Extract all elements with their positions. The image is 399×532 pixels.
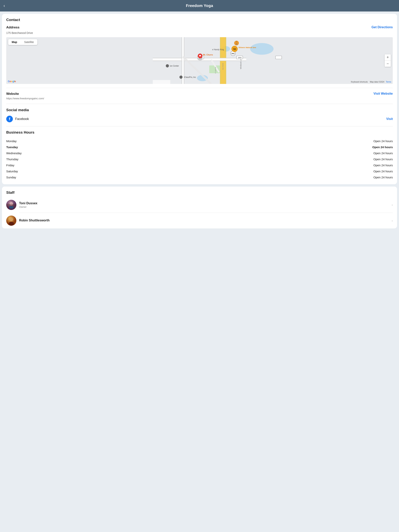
staff-role-toni: Owner [19,205,392,208]
svg-text:ion Center: ion Center [170,65,179,67]
business-hours-section: Business Hours MondayOpen 24 hoursTuesda… [2,126,397,184]
svg-rect-18 [276,56,282,59]
chevron-right-icon: › [392,203,393,207]
hours-time: Open 24 hours [373,139,393,143]
website-section: Website Visit Website https://www.freedo… [2,88,397,104]
map-zoom-controls: + − [385,54,391,67]
back-button[interactable]: ‹ [4,3,5,8]
facebook-icon: f [6,116,13,122]
svg-point-55 [9,222,14,226]
svg-text:iClassPro, Inc: iClassPro, Inc [184,76,196,78]
hours-row: ThursdayOpen 24 hours [6,156,393,162]
hours-day: Wednesday [6,152,22,155]
social-section: Social media f Facebook Visit [2,104,397,126]
address-label: Address [6,25,19,29]
hours-day: Tuesday [6,146,18,149]
map-background: 502 1844 Windso [6,37,393,84]
hours-table: MondayOpen 24 hoursTuesdayOpen 24 hoursW… [6,138,393,180]
hours-time: Open 24 hours [373,176,393,179]
address-row: Address Get Directions [6,25,393,29]
website-value: https://www.freedomyogainc.com/ [6,97,393,100]
svg-rect-51 [9,206,13,209]
social-section-title: Social media [6,108,393,112]
staff-name-robin: Robin Shuttlesworth [19,219,392,222]
address-value: 175 Beechwood Drive [6,31,393,34]
svg-point-49 [10,202,13,205]
hours-day: Thursday [6,158,19,161]
hours-day: Sunday [6,176,16,179]
svg-text:Mr. Churro: Mr. Churro [203,54,213,56]
hours-row: SundayOpen 24 hours [6,174,393,180]
svg-text:502: 502 [232,53,234,55]
hours-time: Open 24 hours [373,152,393,155]
hours-day: Friday [6,164,14,167]
hours-row: FridayOpen 24 hours [6,162,393,168]
svg-point-1 [250,43,274,55]
social-left: f Facebook [6,116,29,122]
facebook-label: Facebook [15,117,29,121]
svg-rect-46 [153,80,170,84]
svg-text:e Handy King: e Handy King [212,49,224,51]
hours-time: Open 24 hours [373,170,393,173]
hours-row: WednesdayOpen 24 hours [6,150,393,156]
website-row: Website Visit Website [6,92,393,96]
facebook-visit-link[interactable]: Visit [386,117,393,121]
svg-text:Braniff Ln: Braniff Ln [215,67,216,74]
social-item-facebook: f Facebook Visit [6,116,393,122]
contact-section-title: Contact [6,18,393,22]
visit-website-link[interactable]: Visit Website [373,92,393,95]
staff-info-toni: Toni Dussex Owner [19,202,392,208]
avatar-toni [6,200,16,210]
map-tab-satellite[interactable]: Satellite [21,39,37,45]
hours-row: TuesdayOpen 24 hours [6,144,393,150]
hours-row: SaturdayOpen 24 hours [6,168,393,174]
staff-title: Staff [2,187,397,197]
map-container: 502 1844 Windso [6,37,393,84]
hours-time: Open 24 hours [373,158,393,161]
page-header: ‹ Freedom Yoga [0,0,399,12]
contact-section: Contact Address Get Directions 175 Beech… [2,14,397,88]
zoom-in-button[interactable]: + [385,54,391,61]
staff-item-robin[interactable]: Robin Shuttlesworth › [2,213,397,228]
hours-row: MondayOpen 24 hours [6,138,393,144]
website-label: Website [6,92,19,96]
map-attribution: Keyboard shortcuts Map data ©2024 Terms [351,81,391,83]
page-title: Freedom Yoga [186,4,213,8]
hours-time: Open 24 hours [372,146,393,149]
google-logo: Google [8,80,16,83]
svg-point-54 [10,218,13,221]
svg-text:Windsock Ln: Windsock Ln [240,59,242,69]
avatar-robin [6,215,16,226]
chevron-right-icon-2: › [392,219,393,223]
hours-title: Business Hours [6,130,393,134]
map-toggle: Map Satellite [8,39,37,45]
svg-text:🚶: 🚶 [235,41,238,45]
svg-text:Airline Rd: Airline Rd [222,63,224,70]
map-tab-map[interactable]: Map [8,39,21,45]
hours-day: Saturday [6,170,18,173]
hours-day: Monday [6,139,17,143]
svg-point-48 [6,200,16,210]
staff-name-toni: Toni Dussex [19,202,392,205]
staff-item-toni[interactable]: Toni Dussex Owner › [2,197,397,213]
svg-rect-10 [153,61,246,61]
svg-text:Shivers Natural Sno: Shivers Natural Sno [238,46,256,49]
contact-card: Contact Address Get Directions 175 Beech… [2,14,397,184]
svg-point-50 [9,206,14,210]
staff-card: Staff Toni Dussex Owner [2,187,397,228]
svg-text:1844: 1844 [238,57,242,59]
svg-text:🍽: 🍽 [233,48,236,51]
hours-time: Open 24 hours [373,164,393,167]
staff-info-robin: Robin Shuttlesworth [19,219,392,222]
get-directions-link[interactable]: Get Directions [372,25,393,29]
zoom-out-button[interactable]: − [385,61,391,67]
map-svg: 502 1844 Windso [6,37,393,84]
